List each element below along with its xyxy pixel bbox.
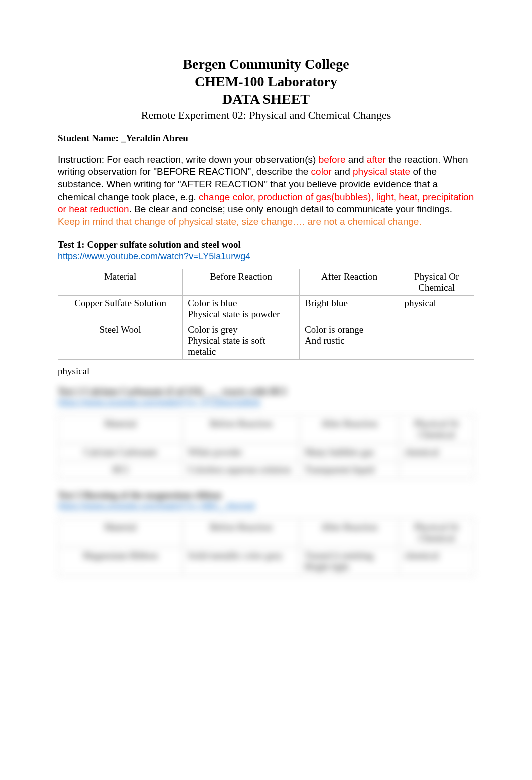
instr-text-4: and bbox=[332, 166, 353, 177]
cell-material: HCl bbox=[58, 461, 183, 478]
cell-poc: physical bbox=[399, 295, 474, 322]
test1-title: Test 1: Copper sulfate solution and stee… bbox=[58, 239, 474, 250]
cell-after: Turned it emitting Bright light bbox=[299, 547, 399, 575]
col-after-header: After Reaction bbox=[299, 415, 399, 443]
student-name-label: Student Name: bbox=[58, 133, 121, 143]
col-before-header: Before Reaction bbox=[183, 269, 300, 295]
cell-before: Solid metallic color grey bbox=[183, 547, 300, 575]
title-line-1: Bergen Community College bbox=[58, 55, 474, 73]
cell-before: Color is grey Physical state is soft met… bbox=[183, 322, 300, 359]
cell-after: Bright blue bbox=[299, 295, 399, 322]
test2-table-obscured: Material Before Reaction After Reaction … bbox=[58, 415, 474, 479]
cell-after: Color is orange And rustic bbox=[299, 322, 399, 359]
instr-before-word: before bbox=[319, 154, 346, 165]
col-material-header: Material bbox=[58, 415, 183, 443]
col-poc-header: Physical Or Chemical bbox=[399, 415, 474, 443]
student-name-value: _Yeraldin Abreu bbox=[121, 133, 188, 143]
cell-material: Calcium Carbonate bbox=[58, 443, 183, 461]
instr-keepmind: Keep in mind that change of physical sta… bbox=[58, 216, 422, 227]
cell-before: White powder bbox=[183, 443, 300, 461]
cell-poc bbox=[399, 322, 474, 359]
test2-link-obscured: https://www.youtube.com/watch?v= XYZblur… bbox=[58, 397, 474, 408]
title-line-3: DATA SHEET bbox=[58, 90, 474, 108]
cell-after: Many bubbles gas bbox=[299, 443, 399, 461]
col-material-header: Material bbox=[58, 269, 183, 295]
test3-title-obscured: Test 3 Burning of the magnesium ribbon bbox=[58, 490, 474, 501]
instr-color-word: color bbox=[311, 166, 332, 177]
cell-material: Steel Wool bbox=[58, 322, 183, 359]
test1-outside-value: physical bbox=[58, 366, 474, 377]
cell-material: Copper Sulfate Solution bbox=[58, 295, 183, 322]
table-row: Copper Sulfate Solution Color is blue Ph… bbox=[58, 295, 474, 322]
test1-table: Material Before Reaction After Reaction … bbox=[58, 269, 474, 360]
test3-link-obscured: https://www.youtube.com/watch?v= ABC_ bl… bbox=[58, 501, 474, 511]
instr-text-1: Instruction: For each reaction, write do… bbox=[58, 154, 319, 165]
test2-title-obscured: Test 2 Calcium Carbonate (CaCO3) ___ rea… bbox=[58, 386, 474, 397]
obscured-region: Test 2 Calcium Carbonate (CaCO3) ___ rea… bbox=[58, 386, 474, 576]
title-line-2: CHEM-100 Laboratory bbox=[58, 73, 474, 90]
col-after-header: After Reaction bbox=[299, 269, 399, 295]
table-header-row: Material Before Reaction After Reaction … bbox=[58, 269, 474, 295]
instr-physstate-word: physical state bbox=[353, 166, 410, 177]
cell-after: Transparent liquid bbox=[299, 461, 399, 478]
instructions-paragraph: Instruction: For each reaction, write do… bbox=[58, 154, 474, 228]
col-poc-header: Physical Or Chemical bbox=[399, 269, 474, 295]
cell-poc: chemical bbox=[399, 547, 474, 575]
cell-poc bbox=[399, 461, 474, 478]
instr-text-6: . Be clear and concise; use only enough … bbox=[129, 204, 452, 214]
cell-material: Magnesium Ribbon bbox=[58, 547, 183, 575]
test1-link[interactable]: https://www.youtube.com/watch?v=LY5la1ur… bbox=[58, 251, 474, 262]
test3-table-obscured: Material Before Reaction After Reaction … bbox=[58, 518, 474, 576]
subtitle: Remote Experiment 02: Physical and Chemi… bbox=[58, 108, 474, 123]
col-before-header: Before Reaction bbox=[183, 518, 300, 547]
col-before-header: Before Reaction bbox=[183, 415, 300, 443]
title-block: Bergen Community College CHEM-100 Labora… bbox=[58, 55, 474, 123]
student-name-line: Student Name: _Yeraldin Abreu bbox=[58, 133, 474, 144]
col-material-header: Material bbox=[58, 518, 183, 547]
cell-before: Colorless aqueous solution bbox=[183, 461, 300, 478]
instr-text-2: and bbox=[346, 154, 367, 165]
instr-after-word: after bbox=[367, 154, 386, 165]
col-after-header: After Reaction bbox=[299, 518, 399, 547]
col-poc-header: Physical Or Chemical bbox=[399, 518, 474, 547]
cell-before: Color is blue Physical state is powder bbox=[183, 295, 300, 322]
cell-poc: chemical bbox=[399, 443, 474, 461]
table-row: Steel Wool Color is grey Physical state … bbox=[58, 322, 474, 359]
